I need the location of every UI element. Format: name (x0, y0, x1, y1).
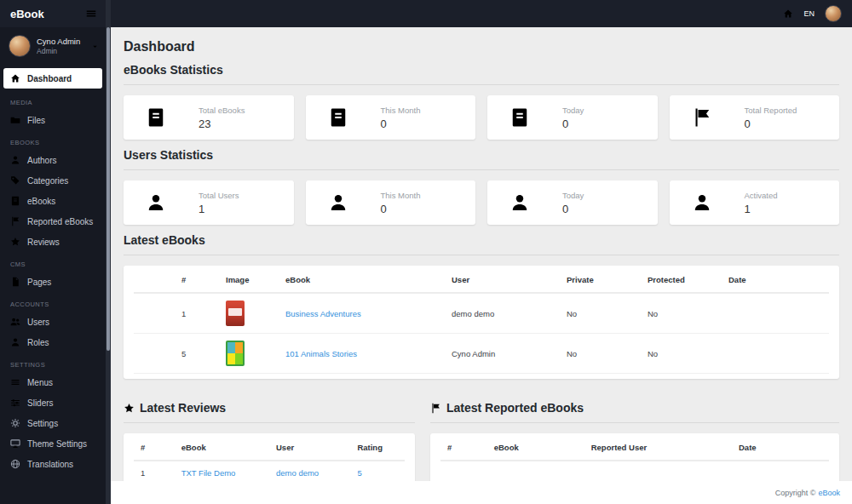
main-content: Dashboard eBooks Statistics Total eBooks… (111, 27, 852, 481)
stat-card-activated-users: Activated 1 (670, 180, 840, 225)
sidebar-item-label: Roles (27, 338, 49, 347)
stat-card-users-today: Today 0 (487, 180, 658, 225)
users-stat-cards: Total Users 1 This Month 0 Today 0 (124, 180, 839, 225)
sidebar-item-pages[interactable]: Pages (0, 272, 106, 292)
sidebar-item-reviews[interactable]: Reviews (0, 232, 106, 252)
col-header-ebook: eBook (487, 435, 584, 461)
user-icon (328, 192, 348, 213)
sidebar-section-ebooks: EBOOKS (0, 130, 106, 150)
table-row: 1 TXT File Demo demo demo 5 (134, 461, 405, 481)
sidebar-item-categories[interactable]: Categories (0, 170, 106, 191)
globe-icon (10, 459, 20, 469)
chevron-down-icon (91, 38, 99, 54)
col-header-ebook: eBook (279, 267, 445, 293)
sidebar-item-label: Reported eBooks (27, 217, 93, 226)
col-header-user: User (445, 267, 560, 293)
sidebar-item-settings[interactable]: Settings (0, 413, 106, 433)
home-icon (10, 73, 20, 83)
sidebar-item-files[interactable]: Files (0, 110, 106, 130)
user-icon (509, 192, 530, 213)
table-row: 5 101 Animals Stories Cyno Admin No No (134, 334, 829, 374)
book-icon (10, 196, 20, 206)
latest-reported-panel: # eBook Reported User Date (430, 433, 839, 481)
sidebar-scrollbar[interactable] (106, 0, 111, 504)
footer-brand-link[interactable]: eBook (818, 489, 840, 497)
table-row: 1 Business Adventures demo demo No No (134, 293, 829, 334)
latest-reviews-heading-label: Latest Reviews (140, 401, 226, 415)
ebook-link[interactable]: TXT File Demo (181, 468, 236, 478)
sliders-icon (10, 398, 20, 408)
page-title: Dashboard (124, 39, 839, 54)
cell-protected: No (641, 334, 722, 374)
stat-label: Total Reported (745, 106, 797, 115)
rating-link[interactable]: 5 (357, 468, 361, 478)
tags-icon (10, 175, 20, 186)
cell-num: 5 (134, 334, 219, 374)
stat-value: 0 (745, 117, 797, 130)
sidebar-item-label: Users (27, 318, 49, 327)
sidebar-item-label: Sliders (27, 398, 54, 408)
sidebar-item-label: Dashboard (27, 74, 72, 83)
ebook-link[interactable]: 101 Animals Stories (285, 349, 357, 358)
col-header-reported-user: Reported User (584, 435, 732, 461)
sidebar-nav: Dashboard MEDIA Files EBOOKS Authors Cat… (0, 65, 106, 474)
stat-label: Today (562, 191, 584, 200)
stat-value: 0 (562, 117, 584, 130)
latest-ebooks-table: # Image eBook User Private Protected Dat… (134, 267, 829, 374)
topbar-avatar[interactable] (825, 5, 842, 22)
stat-label: Total eBooks (199, 106, 245, 115)
stat-card-users-this-month: This Month 0 (306, 180, 476, 225)
sidebar-item-label: Categories (27, 176, 68, 186)
users-icon (10, 317, 20, 327)
sidebar-item-roles[interactable]: Roles (0, 332, 106, 352)
stat-label: This Month (381, 191, 421, 200)
cell-private: No (560, 334, 641, 374)
col-header-num: # (440, 435, 487, 461)
cell-private: No (560, 293, 641, 334)
sidebar-item-users[interactable]: Users (0, 312, 106, 332)
language-selector[interactable]: EN (803, 9, 815, 18)
sidebar-item-ebooks[interactable]: eBooks (0, 191, 106, 211)
star-icon (10, 237, 20, 247)
sidebar-item-theme-settings[interactable]: Theme Settings (0, 433, 106, 454)
stat-value: 0 (381, 203, 421, 215)
flag-icon (430, 403, 441, 414)
copyright-text: Copyright © (775, 489, 816, 497)
col-header-image: Image (219, 267, 279, 293)
sidebar-item-reported-ebooks[interactable]: Reported eBooks (0, 211, 106, 232)
stat-value: 0 (562, 203, 584, 215)
sidebar-item-sliders[interactable]: Sliders (0, 392, 106, 413)
menu-toggle-icon[interactable] (85, 8, 97, 20)
sidebar-item-authors[interactable]: Authors (0, 150, 106, 170)
sidebar-user-menu[interactable]: Cyno Admin Admin (0, 27, 106, 65)
sidebar-item-dashboard[interactable]: Dashboard (3, 68, 102, 89)
sidebar-item-menus[interactable]: Menus (0, 372, 106, 392)
home-icon[interactable] (783, 9, 793, 19)
sidebar-brand-row: eBook (0, 0, 106, 27)
sidebar: eBook Cyno Admin Admin Dashboard MEDIA (0, 0, 111, 504)
ebook-cover-image[interactable] (226, 301, 245, 326)
sidebar-scrollbar-thumb[interactable] (106, 27, 110, 351)
brand-logo[interactable]: eBook (10, 8, 44, 20)
user-icon (146, 192, 166, 213)
user-avatar (9, 35, 31, 57)
user-link[interactable]: demo demo (276, 468, 319, 478)
latest-ebooks-heading: Latest eBooks (124, 233, 839, 255)
sidebar-item-label: eBooks (27, 197, 55, 206)
col-header-date: Date (722, 267, 829, 293)
cell-date (722, 334, 829, 374)
user-name: Cyno Admin (37, 37, 91, 46)
stat-value: 23 (199, 117, 245, 130)
stat-label: Today (562, 106, 584, 115)
ebook-link[interactable]: Business Adventures (285, 309, 361, 318)
latest-ebooks-panel: # Image eBook User Private Protected Dat… (124, 266, 839, 379)
ebook-cover-image[interactable] (226, 341, 245, 366)
stat-value: 1 (745, 203, 778, 215)
book-icon (509, 107, 530, 128)
latest-reported-heading-label: Latest Reported eBooks (446, 401, 584, 415)
sidebar-item-translations[interactable]: Translations (0, 454, 106, 474)
stat-card-ebooks-this-month: This Month 0 (306, 95, 476, 140)
stat-card-total-users: Total Users 1 (124, 180, 294, 225)
flag-icon (692, 107, 712, 128)
sidebar-item-label: Pages (27, 278, 51, 287)
